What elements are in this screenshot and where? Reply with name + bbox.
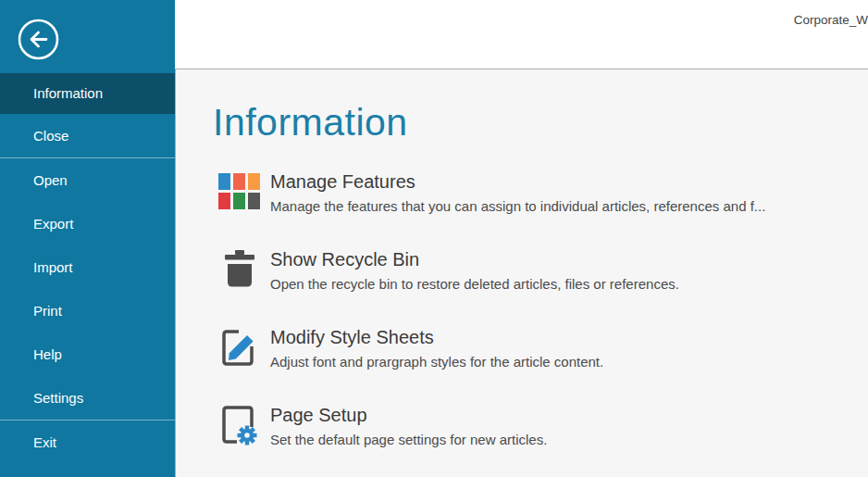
- page-title: Information: [213, 101, 849, 144]
- titlebar: Corporate_W: [175, 0, 868, 69]
- action-text: Manage Features Manage the features that…: [270, 169, 765, 217]
- action-item-show-recycle-bin[interactable]: Show Recycle Bin Open the recycle bin to…: [213, 247, 849, 295]
- sidebar-item-print[interactable]: Print: [0, 289, 175, 333]
- content-panel: Information Manage Features Manage the f…: [175, 69, 868, 477]
- back-arrow-icon: [17, 50, 60, 64]
- sidebar-item-information[interactable]: Information: [0, 73, 175, 114]
- page-setup-gear-icon: [217, 403, 262, 447]
- sidebar-item-help[interactable]: Help: [0, 333, 175, 376]
- action-title: Show Recycle Bin: [270, 247, 679, 272]
- action-title: Page Setup: [270, 403, 547, 428]
- sidebar-item-close[interactable]: Close: [0, 114, 175, 157]
- action-description: Adjust font and prargraph styles for the…: [270, 352, 603, 372]
- action-description: Manage the features that you can assign …: [270, 196, 765, 217]
- action-description: Set the default page settings for new ar…: [270, 430, 547, 450]
- action-text: Show Recycle Bin Open the recycle bin to…: [270, 247, 679, 295]
- back-button[interactable]: [17, 18, 60, 61]
- document-title: Corporate_W: [794, 13, 868, 27]
- action-item-page-setup[interactable]: Page Setup Set the default page settings…: [213, 403, 849, 450]
- recycle-bin-icon: [217, 247, 262, 292]
- action-item-manage-features[interactable]: Manage Features Manage the features that…: [213, 169, 849, 217]
- edit-stylesheet-icon: [217, 325, 262, 370]
- action-text: Page Setup Set the default page settings…: [270, 403, 547, 450]
- action-title: Manage Features: [270, 169, 765, 195]
- features-grid-icon: [217, 169, 262, 214]
- sidebar-item-exit[interactable]: Exit: [0, 421, 175, 464]
- action-text: Modify Style Sheets Adjust font and prar…: [270, 325, 603, 372]
- backstage-sidebar: Information Close Open Export Import Pri…: [0, 0, 175, 477]
- action-title: Modify Style Sheets: [270, 325, 603, 350]
- sidebar-item-export[interactable]: Export: [0, 202, 175, 245]
- sidebar-item-import[interactable]: Import: [0, 245, 175, 289]
- sidebar-menu: Information Close Open Export Import Pri…: [0, 73, 175, 464]
- action-description: Open the recycle bin to restore deleted …: [270, 274, 679, 295]
- sidebar-item-settings[interactable]: Settings: [0, 376, 175, 420]
- action-item-modify-style-sheets[interactable]: Modify Style Sheets Adjust font and prar…: [213, 325, 849, 372]
- sidebar-item-open[interactable]: Open: [0, 158, 175, 202]
